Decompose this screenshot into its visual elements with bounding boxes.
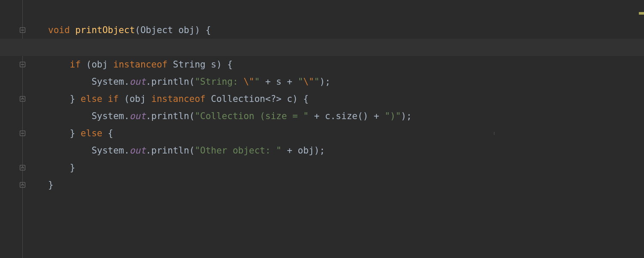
code-token: instanceof [113, 59, 173, 70]
code-token: System. [48, 111, 130, 121]
code-line[interactable]: System.out.println("Other object: " + ob… [48, 142, 644, 159]
fold-collapse-icon[interactable] [20, 62, 25, 68]
code-token: System. [48, 77, 130, 87]
code-token: + s + [265, 77, 298, 87]
code-token: " [298, 77, 304, 87]
svg-rect-4 [20, 96, 25, 101]
code-token: .println( [146, 77, 195, 87]
code-line[interactable]: } else { [48, 125, 644, 142]
text-caret-icon [494, 127, 495, 139]
code-line[interactable] [48, 39, 644, 56]
code-editor[interactable]: void printObject(Object obj) { if (obj i… [0, 0, 644, 258]
code-token: else [81, 128, 108, 138]
code-token: .println( [146, 111, 195, 121]
code-token: "String: [194, 77, 243, 87]
fold-end-icon[interactable] [20, 165, 25, 171]
code-token: printObject [75, 25, 135, 35]
code-content[interactable]: void printObject(Object obj) { if (obj i… [31, 0, 644, 194]
svg-rect-7 [20, 165, 25, 170]
code-token: ) { [292, 94, 309, 104]
code-line[interactable]: void printObject(Object obj) { [48, 22, 644, 39]
code-token: out [130, 145, 146, 156]
code-token: ( [135, 25, 140, 35]
scrollbar-track[interactable] [638, 0, 644, 258]
code-token: } [48, 94, 81, 104]
code-token: (obj [124, 94, 151, 104]
code-token [48, 42, 70, 52]
scroll-marker[interactable] [639, 12, 644, 15]
code-token: out [130, 77, 146, 87]
code-token: Collection<?> c [211, 94, 292, 104]
code-token: ) { [216, 59, 233, 70]
code-token: \" [243, 77, 254, 87]
code-token: .println( [146, 145, 195, 156]
code-token: ); [319, 77, 330, 87]
code-line[interactable]: } [48, 176, 644, 194]
code-token: Object [140, 25, 179, 35]
fold-end-icon[interactable] [20, 96, 25, 102]
code-token: System. [48, 145, 130, 156]
code-token: " [314, 77, 320, 87]
code-area[interactable]: void printObject(Object obj) { if (obj i… [31, 0, 644, 258]
code-token: if [70, 59, 86, 70]
code-token: } [48, 163, 75, 173]
code-token: else if [81, 94, 124, 104]
code-line[interactable]: } else if (obj instanceof Collection<?> … [48, 90, 644, 108]
code-token: obj [178, 25, 194, 35]
code-token [48, 59, 70, 70]
code-token: out [130, 111, 146, 121]
code-line[interactable]: System.out.println("Collection (size = "… [48, 108, 644, 125]
code-line[interactable]: if (obj instanceof String s) { [48, 56, 644, 73]
code-token: instanceof [151, 94, 211, 104]
fold-collapse-icon[interactable] [20, 131, 25, 136]
code-token: String s [173, 59, 216, 70]
code-token: } [48, 128, 81, 138]
fold-end-icon[interactable] [20, 182, 25, 188]
code-token: ); [401, 111, 412, 121]
code-line[interactable]: System.out.println("String: \"" + s + "\… [48, 73, 644, 90]
fold-collapse-icon[interactable] [20, 28, 25, 33]
code-token: "Collection (size = " [194, 111, 314, 121]
code-token: "Other object: " [194, 145, 287, 156]
code-token: void [48, 25, 75, 35]
code-token: + c.size() + [314, 111, 385, 121]
code-token: ) { [194, 25, 211, 35]
code-token: ")" [385, 111, 401, 121]
svg-rect-8 [20, 182, 25, 187]
code-token: " [254, 77, 265, 87]
code-token: \" [303, 77, 314, 87]
code-token: } [48, 180, 54, 190]
code-line[interactable]: } [48, 159, 644, 176]
code-token: (obj [86, 59, 113, 70]
code-token: { [108, 128, 113, 138]
code-token: + obj); [287, 145, 325, 156]
